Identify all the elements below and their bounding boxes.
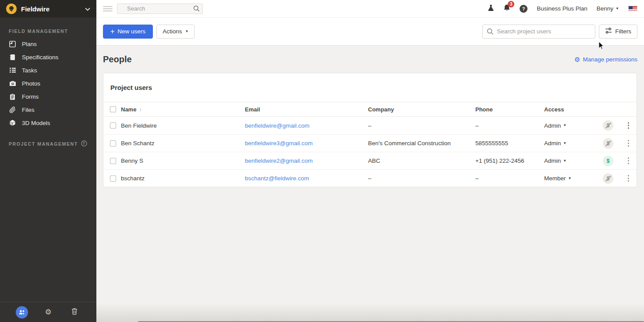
project-switcher[interactable]: Fieldwire (0, 0, 96, 18)
help-circle-icon[interactable]: ? (81, 140, 87, 147)
table-row: Ben Fieldwire benfieldwire@gmail.com – –… (103, 117, 637, 134)
tasks-icon (9, 67, 16, 74)
camera-icon (9, 80, 16, 87)
user-email-link[interactable]: benfieldwire3@gmail.com (245, 140, 313, 147)
table-row: bschantz bschantz@fieldwire.com – – Memb… (103, 169, 637, 187)
global-search (117, 4, 203, 14)
sidebar-item-3d-models[interactable]: 3D Models (0, 116, 96, 129)
paperclip-icon (9, 106, 16, 114)
fieldwire-logo-icon (6, 4, 17, 14)
specifications-icon (9, 54, 16, 61)
sidebar-item-forms[interactable]: Forms (0, 90, 96, 103)
column-header-company[interactable]: Company (368, 106, 475, 113)
sidebar-item-files[interactable]: Files (0, 103, 96, 116)
sidebar-item-label: Specifications (22, 54, 58, 61)
toolbar: + New users Actions ▼ Filters (96, 18, 644, 46)
row-menu-button[interactable] (619, 120, 637, 131)
table-header: Name↑ Email Company Phone Access (103, 102, 637, 117)
user-company-cell: ABC (368, 157, 475, 164)
page-head: People ⚙ Manage permissions (103, 46, 637, 73)
column-header-name[interactable]: Name↑ (121, 106, 245, 113)
sidebar: Fieldwire FIELD MANAGEMENT Plans Specifi… (0, 0, 96, 322)
row-checkbox[interactable] (110, 175, 116, 182)
billing-icon[interactable]: $ (603, 138, 613, 149)
sidebar-item-photos[interactable]: Photos (0, 77, 96, 90)
cube-icon (9, 119, 16, 127)
row-menu-button[interactable] (619, 138, 637, 149)
column-header-email[interactable]: Email (245, 106, 368, 113)
brand-name: Fieldwire (21, 5, 85, 13)
sidebar-item-plans[interactable]: Plans (0, 37, 96, 50)
column-header-phone[interactable]: Phone (475, 106, 544, 113)
caret-down-icon: ▼ (563, 124, 566, 127)
plus-icon: + (110, 28, 114, 35)
sidebar-item-tasks[interactable]: Tasks (0, 64, 96, 77)
sidebar-footer: ⚙ (0, 302, 96, 322)
search-icon (487, 28, 494, 37)
billing-icon[interactable]: $ (603, 156, 613, 166)
delete-button[interactable] (68, 306, 81, 319)
trash-icon (71, 308, 78, 317)
user-name-cell: bschantz (121, 175, 245, 182)
clipboard-icon (9, 93, 16, 100)
user-company-cell: Ben's Commercial Construction (368, 140, 475, 147)
user-menu[interactable]: Benny ▼ (597, 5, 619, 12)
help-button[interactable]: ? (520, 5, 527, 13)
row-checkbox[interactable] (110, 158, 116, 164)
user-company-cell: – (368, 122, 475, 129)
access-dropdown[interactable]: Admin ▼ (544, 157, 597, 164)
user-name-cell: Ben Fieldwire (121, 122, 245, 129)
settings-button[interactable]: ⚙ (42, 306, 55, 319)
page-title: People (103, 54, 132, 64)
search-icon (193, 5, 200, 14)
row-checkbox[interactable] (110, 140, 116, 147)
language-flag-icon[interactable] (628, 6, 637, 11)
user-email-link[interactable]: benfieldwire@gmail.com (245, 122, 309, 129)
actions-button[interactable]: Actions ▼ (156, 25, 195, 39)
user-email-link[interactable]: bschantz@fieldwire.com (245, 175, 309, 182)
labs-button[interactable] (488, 4, 494, 13)
app-window: Fieldwire FIELD MANAGEMENT Plans Specifi… (0, 0, 644, 322)
access-dropdown[interactable]: Admin ▼ (544, 140, 597, 147)
menu-icon[interactable] (103, 6, 113, 11)
column-header-access[interactable]: Access (544, 106, 597, 113)
gear-icon: ⚙ (574, 56, 580, 63)
billing-icon[interactable]: $ (603, 173, 613, 184)
sidebar-item-label: Photos (22, 80, 40, 87)
sort-asc-icon: ↑ (139, 106, 142, 113)
sidebar-item-specifications[interactable]: Specifications (0, 50, 96, 64)
filters-button[interactable]: Filters (599, 25, 637, 39)
team-button[interactable] (15, 306, 28, 319)
global-search-input[interactable] (117, 4, 203, 14)
project-users-search (482, 25, 595, 39)
sliders-icon (605, 28, 612, 35)
select-all-checkbox[interactable] (110, 106, 116, 112)
notifications-button[interactable]: 3 (503, 4, 510, 13)
new-users-button[interactable]: + New users (103, 25, 153, 39)
access-dropdown[interactable]: Admin ▼ (544, 122, 597, 129)
access-dropdown[interactable]: Member ▼ (544, 175, 597, 182)
caret-down-icon: ▼ (563, 142, 566, 145)
user-name: Benny (597, 5, 613, 12)
caret-down-icon: ▼ (185, 30, 188, 33)
billing-icon[interactable]: $ (603, 120, 613, 131)
row-checkbox[interactable] (110, 122, 116, 129)
project-users-search-input[interactable] (482, 25, 595, 39)
user-email-link[interactable]: benfieldwire2@gmail.com (245, 157, 313, 164)
row-menu-button[interactable] (619, 173, 637, 184)
user-name-cell: Ben Schantz (121, 140, 245, 147)
user-phone-cell: 5855555555 (475, 140, 544, 147)
flask-icon (488, 4, 494, 13)
topbar-right: 3 ? Business Plus Plan Benny ▼ (488, 4, 637, 13)
field-management-section-label: FIELD MANAGEMENT (0, 18, 96, 37)
table-row: Ben Schantz benfieldwire3@gmail.com Ben'… (103, 134, 637, 152)
topbar: 3 ? Business Plus Plan Benny ▼ (96, 0, 644, 18)
user-phone-cell: +1 (951) 222-2456 (475, 157, 544, 164)
plan-label: Business Plus Plan (537, 5, 587, 12)
plans-icon (9, 40, 16, 48)
sidebar-item-label: Plans (22, 41, 37, 47)
content: People ⚙ Manage permissions Project user… (96, 46, 644, 322)
svg-text:?: ? (82, 141, 85, 146)
manage-permissions-link[interactable]: ⚙ Manage permissions (574, 56, 637, 63)
row-menu-button[interactable] (619, 156, 637, 166)
